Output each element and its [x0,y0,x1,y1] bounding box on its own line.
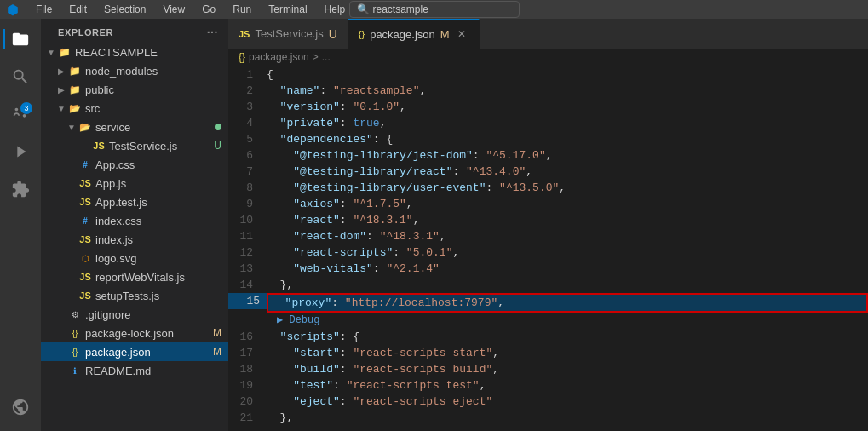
debug-label: ▶ Debug [270,313,319,329]
search-text: reactsample [373,3,428,15]
reportwebvitals-icon: JS [78,270,92,284]
code-line-18: 18 "build": "react-scripts build", [228,361,868,377]
src-icon: 📂 [68,101,82,115]
tree-item-service[interactable]: ▼ 📂 service [41,118,228,136]
menu-help[interactable]: Help [318,2,353,17]
line-content-17: "start": "react-scripts start", [267,345,868,361]
code-line-13: 13 "web-vitals": "^2.1.4" [228,261,868,277]
index-js-icon: JS [78,233,92,246]
activity-explorer[interactable] [3,22,37,56]
search-icon: 🔍 [357,3,370,15]
menu-go[interactable]: Go [195,2,222,17]
code-line-3: 3 "version": "0.1.0", [228,99,868,115]
package-json-tab-label: package.json [370,28,435,41]
menu-selection[interactable]: Selection [97,2,152,17]
tree-item-app-test-js[interactable]: JS App.test.js [41,193,228,211]
activity-search[interactable] [3,60,37,94]
breadcrumb-filename[interactable]: package.json [249,51,309,63]
code-line-17: 17 "start": "react-scripts start", [228,345,868,361]
activity-remote[interactable] [3,390,37,424]
line-content-9: "axios": "^1.7.5", [267,196,868,212]
logo-svg-icon: ⬡ [78,251,92,265]
debug-line: 15 ▶ Debug [228,313,868,329]
menu-edit[interactable]: Edit [62,2,94,17]
code-line-19: 19 "test": "react-scripts test", [228,377,868,394]
gitignore-label: .gitignore [85,308,228,321]
activity-run[interactable] [3,135,37,169]
tree-item-reportwebvitals[interactable]: JS reportWebVitals.js [41,267,228,286]
line-content-12: "react-scripts": "5.0.1", [267,244,868,261]
tree-item-index-css[interactable]: # index.css [41,211,228,230]
testservice-tab-modified: U [329,27,337,41]
src-label: src [85,102,228,115]
tree-item-testservice[interactable]: JS TestService.js U [41,136,228,155]
activity-extensions[interactable] [3,172,37,206]
tree-item-node_modules[interactable]: ▶ 📁 node_modules [41,61,228,80]
tree-item-public[interactable]: ▶ 📁 public [41,80,228,99]
node-modules-label: node_modules [85,65,228,78]
tree-item-logo-svg[interactable]: ⬡ logo.svg [41,249,228,267]
gitignore-icon: ⚙ [68,307,82,321]
package-json-tab-close[interactable]: ✕ [455,27,468,41]
tree-item-app-css[interactable]: # App.css [41,155,228,174]
source-control-badge: 3 [20,102,32,114]
menu-file[interactable]: File [29,2,59,17]
service-arrow: ▼ [65,123,78,132]
public-arrow: ▶ [55,85,68,95]
root-arrow: ▼ [44,48,58,57]
explorer-menu-button[interactable]: ··· [207,26,218,39]
search-bar[interactable]: 🔍 reactsample [349,1,520,18]
line-content-8: "@testing-library/user-event": "^13.5.0"… [267,180,868,196]
testservice-label: TestService.js [109,140,214,152]
line-num-16: 16 [228,329,267,345]
index-js-label: index.js [95,233,228,246]
reportwebvitals-label: reportWebVitals.js [95,271,228,284]
breadcrumb-more[interactable]: ... [322,51,331,63]
tree-item-readme-md[interactable]: ℹ README.md [41,361,228,380]
tree-root-reactsample[interactable]: ▼ 📁 REACTSAMPLE [41,43,228,61]
line-content-18: "build": "react-scripts build", [267,361,868,377]
line-content-1: { [267,66,868,83]
tree-item-package-json[interactable]: {} package.json M [41,342,228,361]
index-css-label: index.css [95,215,228,227]
line-content-7: "@testing-library/react": "^13.4.0", [267,164,868,180]
line-content-13: "web-vitals": "^2.1.4" [267,261,868,277]
line-num-9: 9 [228,196,267,212]
tab-testservice[interactable]: JS TestService.js U [228,19,348,49]
menu-view[interactable]: View [156,2,192,17]
tree-item-src[interactable]: ▼ 📂 src [41,99,228,118]
line-content-11: "react-dom": "^18.3.1", [267,228,868,244]
tree-item-gitignore[interactable]: ⚙ .gitignore [41,305,228,324]
explorer-tree: ▼ 📁 REACTSAMPLE ▶ 📁 node_modules ▶ 📁 pub… [41,43,228,431]
package-json-icon: {} [68,345,82,359]
tree-item-package-lock-json[interactable]: {} package-lock.json M [41,324,228,342]
code-editor[interactable]: 1 { 2 "name": "reactsample", 3 "version"… [228,66,868,431]
tree-item-app-js[interactable]: JS App.js [41,174,228,193]
tab-package-json[interactable]: {} package.json M ✕ [348,19,480,49]
setuptests-icon: JS [78,289,92,302]
menu-terminal[interactable]: Terminal [262,2,313,17]
code-line-4: 4 "private": true, [228,115,868,131]
menu-run[interactable]: Run [226,2,258,17]
line-num-13: 13 [228,261,267,277]
app-test-label: App.test.js [95,196,228,209]
node-modules-arrow: ▶ [55,66,68,76]
node-modules-icon: 📁 [68,64,82,78]
public-label: public [85,83,228,96]
line-num-3: 3 [228,99,267,115]
code-line-20: 20 "eject": "react-scripts eject" [228,394,868,410]
search-activity-icon [11,67,30,86]
code-line-6: 6 "@testing-library/jest-dom": "^5.17.0"… [228,147,868,164]
sidebar: EXPLORER ··· ▼ 📁 REACTSAMPLE ▶ 📁 node_mo… [41,19,228,431]
tree-item-index-js[interactable]: JS index.js [41,230,228,249]
activity-source-control[interactable]: 3 [3,97,37,131]
app-js-label: App.js [95,177,228,190]
tree-item-setuptests[interactable]: JS setupTests.js [41,286,228,305]
line-content-16: "scripts": { [267,329,868,345]
code-line-7: 7 "@testing-library/react": "^13.4.0", [228,164,868,180]
testservice-tab-icon: JS [239,29,250,39]
line-content-2: "name": "reactsample", [267,83,868,99]
service-label: service [95,121,215,134]
setuptests-label: setupTests.js [95,290,228,302]
service-untracked-dot [215,124,221,130]
